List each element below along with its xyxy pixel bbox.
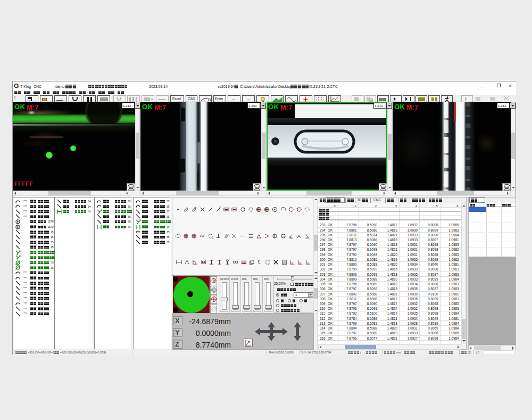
svg-text:A: A bbox=[297, 234, 301, 239]
svg-text:B: B bbox=[208, 97, 211, 102]
svg-text:z: z bbox=[307, 261, 309, 264]
svg-text:x: x bbox=[291, 261, 293, 264]
svg-text:y: y bbox=[300, 261, 301, 264]
